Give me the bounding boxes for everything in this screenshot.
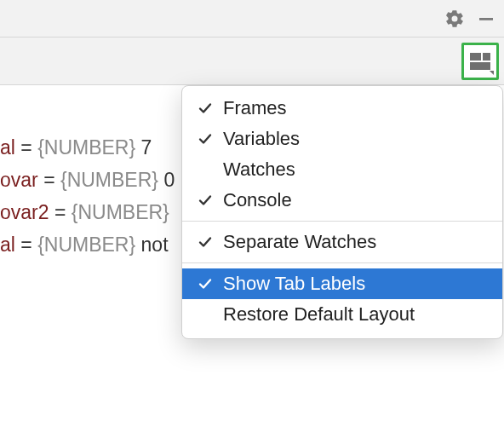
menu-item-separate-watches[interactable]: Separate Watches (182, 227, 502, 257)
svg-rect-2 (483, 53, 490, 61)
variable-name: al (0, 136, 15, 159)
menu-item-label: Separate Watches (223, 231, 376, 253)
check-icon (198, 101, 223, 116)
variable-type: {NUMBER} (72, 201, 169, 223)
menu-item-watches[interactable]: Watches (182, 154, 502, 185)
variable-name: ovar (0, 169, 38, 191)
menu-item-label: Frames (223, 97, 287, 119)
menu-item-label: Variables (223, 128, 300, 150)
menu-item-label: Show Tab Labels (223, 273, 365, 295)
menu-item-restore-layout[interactable]: Restore Default Layout (182, 299, 502, 330)
variable-row: ovar = {NUMBER} 0 (0, 164, 179, 196)
check-icon (198, 131, 223, 147)
menu-item-console[interactable]: Console (182, 185, 502, 216)
svg-rect-0 (479, 18, 493, 20)
layout-settings-button[interactable] (461, 43, 499, 80)
variable-type: {NUMBER} (37, 234, 135, 256)
menu-item-frames[interactable]: Frames (182, 93, 502, 124)
menu-separator (182, 221, 502, 222)
dropdown-caret-icon (490, 71, 494, 75)
variable-value: not (141, 234, 169, 256)
menu-item-variables[interactable]: Variables (182, 124, 502, 154)
variable-value: 7 (141, 136, 152, 159)
variable-row: ovar2 = {NUMBER} (0, 196, 179, 228)
menu-item-label: Watches (223, 159, 295, 181)
menu-separator (182, 262, 502, 263)
svg-rect-3 (470, 62, 490, 70)
check-icon (198, 193, 223, 208)
layout-icon (470, 53, 490, 70)
variable-value: 0 (163, 169, 175, 191)
variable-row: al = {NUMBER} 7 (0, 131, 179, 164)
variable-type: {NUMBER} (60, 169, 158, 191)
check-icon (198, 234, 223, 250)
variable-row: al = {NUMBER} not (0, 228, 179, 261)
menu-item-show-tab-labels[interactable]: Show Tab Labels (182, 268, 502, 299)
check-icon (198, 276, 223, 291)
top-toolbar (0, 0, 504, 37)
tab-bar (0, 37, 504, 85)
minimize-icon[interactable] (477, 9, 495, 28)
gear-icon[interactable] (444, 9, 465, 29)
variable-name: al (0, 234, 15, 256)
variables-panel: al = {NUMBER} 7 ovar = {NUMBER} 0 ovar2 … (0, 131, 179, 261)
svg-rect-1 (470, 53, 481, 61)
variable-type: {NUMBER} (37, 136, 135, 159)
menu-item-label: Console (223, 189, 292, 211)
menu-item-label: Restore Default Layout (223, 303, 415, 326)
variable-name: ovar2 (0, 201, 49, 223)
layout-menu: Frames Variables Watches Console Separat… (181, 85, 503, 339)
